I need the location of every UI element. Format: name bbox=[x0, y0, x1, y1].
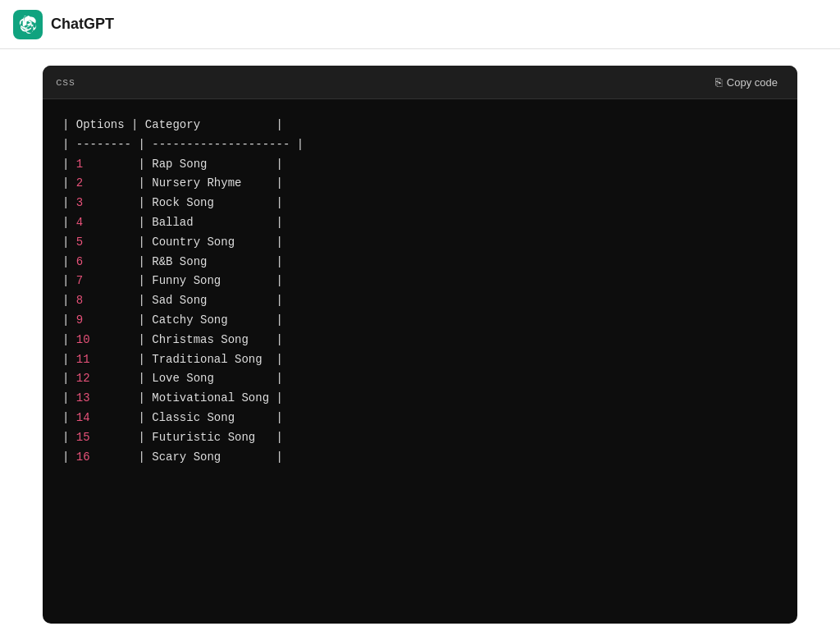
row-category: Rock Song bbox=[152, 194, 269, 213]
pipe: | bbox=[90, 350, 153, 370]
pipe: | bbox=[269, 291, 283, 311]
pipe: | bbox=[62, 311, 76, 331]
pipe: | bbox=[269, 174, 283, 194]
pipe: | bbox=[62, 233, 76, 253]
table-row: | 8 | Sad Song | bbox=[62, 291, 778, 311]
row-num: 6 bbox=[76, 253, 90, 272]
pipe: | bbox=[90, 155, 153, 175]
pipe: | bbox=[62, 428, 76, 448]
pipe: | bbox=[62, 272, 76, 291]
pipe: | bbox=[62, 174, 76, 194]
pipe: | bbox=[90, 194, 153, 213]
table-row: | 6 | R&B Song | bbox=[62, 253, 778, 272]
table-row: | 5 | Country Song | bbox=[62, 233, 778, 253]
pipe: | bbox=[269, 350, 283, 370]
row-num: 7 bbox=[76, 272, 90, 291]
pipe: | bbox=[90, 213, 153, 233]
row-category: Rap Song bbox=[152, 155, 269, 175]
header-col2-pad: | bbox=[200, 116, 283, 135]
pipe: | bbox=[62, 350, 76, 370]
code-block: css ⎘ Copy code | Options | Category | |… bbox=[43, 66, 797, 624]
pipe: | bbox=[269, 253, 283, 272]
row-category: Nursery Rhyme bbox=[152, 174, 269, 194]
row-num: 3 bbox=[76, 194, 90, 213]
row-num: 11 bbox=[76, 350, 90, 370]
header-col1: Options bbox=[76, 116, 125, 135]
table-rows-container: | 1 | Rap Song || 2 | Nursery Rhyme || 3… bbox=[62, 155, 778, 468]
pipe: | bbox=[62, 291, 76, 311]
row-num: 16 bbox=[76, 448, 90, 468]
pipe: | bbox=[90, 233, 153, 253]
pipe: | bbox=[62, 213, 76, 233]
table-row: | 16 | Scary Song | bbox=[62, 448, 778, 468]
row-category: Ballad bbox=[152, 213, 269, 233]
row-category: R&B Song bbox=[152, 253, 269, 272]
pipe: | bbox=[90, 331, 153, 350]
pipe: | bbox=[90, 272, 153, 291]
app-name: ChatGPT bbox=[51, 16, 114, 33]
table-row: | 2 | Nursery Rhyme | bbox=[62, 174, 778, 194]
code-block-header: css ⎘ Copy code bbox=[43, 66, 797, 99]
pipe: | bbox=[269, 194, 283, 213]
table-row: | 14 | Classic Song | bbox=[62, 409, 778, 428]
copy-icon: ⎘ bbox=[715, 75, 722, 89]
table-row: | 11 | Traditional Song | bbox=[62, 350, 778, 370]
pipe: | bbox=[90, 428, 153, 448]
row-category: Motivational Song bbox=[152, 389, 269, 409]
header-col1-pad: | bbox=[125, 116, 145, 135]
copy-label: Copy code bbox=[727, 76, 778, 89]
header-col2: Category bbox=[145, 116, 200, 135]
row-num: 4 bbox=[76, 213, 90, 233]
pipe: | bbox=[269, 428, 283, 448]
table-separator-row: | -------- | -------------------- | bbox=[62, 135, 778, 155]
pipe: | bbox=[90, 253, 153, 272]
sep-col2: -------------------- bbox=[152, 135, 290, 155]
pipe: | bbox=[269, 369, 283, 389]
copy-code-button[interactable]: ⎘ Copy code bbox=[709, 72, 784, 92]
pipe: | bbox=[62, 116, 76, 135]
pipe: | bbox=[90, 174, 153, 194]
pipe: | bbox=[62, 369, 76, 389]
row-num: 2 bbox=[76, 174, 90, 194]
pipe: | bbox=[90, 291, 153, 311]
table-row: | 4 | Ballad | bbox=[62, 213, 778, 233]
row-num: 1 bbox=[76, 155, 90, 175]
pipe: | bbox=[90, 409, 153, 428]
row-num: 5 bbox=[76, 233, 90, 253]
pipe: | bbox=[90, 448, 153, 468]
sep-col1: -------- bbox=[76, 135, 131, 155]
row-num: 15 bbox=[76, 428, 90, 448]
row-num: 8 bbox=[76, 291, 90, 311]
pipe: | bbox=[269, 213, 283, 233]
pipe: | bbox=[269, 448, 283, 468]
pipe: | bbox=[90, 311, 153, 331]
title-bar: ChatGPT bbox=[0, 0, 840, 49]
pipe: | bbox=[269, 331, 283, 350]
table-row: | 13 | Motivational Song | bbox=[62, 389, 778, 409]
pipe: | bbox=[62, 389, 76, 409]
table-row: | 7 | Funny Song | bbox=[62, 272, 778, 291]
pipe: | bbox=[90, 369, 153, 389]
pipe: | bbox=[269, 409, 283, 428]
table-row: | 1 | Rap Song | bbox=[62, 155, 778, 175]
code-language: css bbox=[56, 76, 75, 89]
row-num: 13 bbox=[76, 389, 90, 409]
row-num: 10 bbox=[76, 331, 90, 350]
row-category: Catchy Song bbox=[152, 311, 269, 331]
table-row: | 9 | Catchy Song | bbox=[62, 311, 778, 331]
pipe: | bbox=[269, 311, 283, 331]
table-row: | 10 | Christmas Song | bbox=[62, 331, 778, 350]
table-row: | 15 | Futuristic Song | bbox=[62, 428, 778, 448]
table-row: | 3 | Rock Song | bbox=[62, 194, 778, 213]
pipe: | bbox=[90, 389, 153, 409]
row-category: Funny Song bbox=[152, 272, 269, 291]
row-category: Scary Song bbox=[152, 448, 269, 468]
row-category: Country Song bbox=[152, 233, 269, 253]
row-category: Love Song bbox=[152, 369, 269, 389]
pipe: | bbox=[269, 233, 283, 253]
pipe: | bbox=[62, 155, 76, 175]
pipe: | bbox=[62, 253, 76, 272]
row-category: Traditional Song bbox=[152, 350, 269, 370]
pipe: | bbox=[62, 448, 76, 468]
pipe: | bbox=[269, 155, 283, 175]
